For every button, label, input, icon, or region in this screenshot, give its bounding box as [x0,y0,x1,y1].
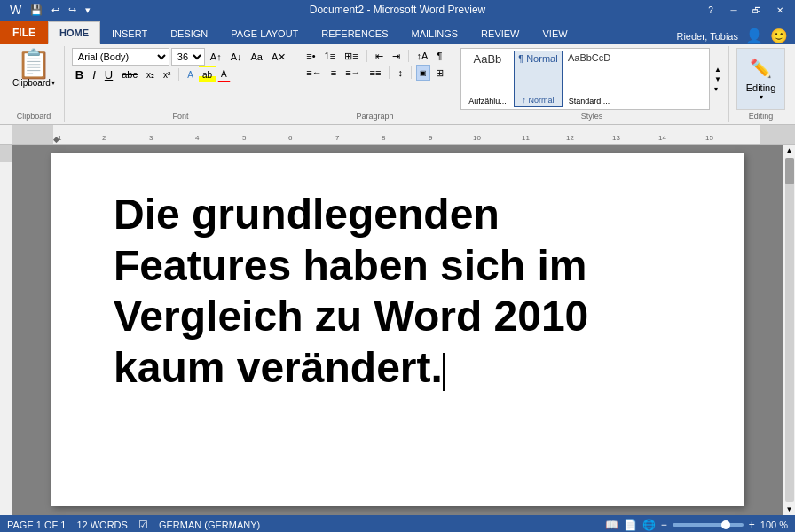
para-sep4 [411,66,412,79]
increase-font-button[interactable]: A↑ [207,49,225,65]
web-layout-icon[interactable]: 🌐 [642,519,656,531]
word-icon: W [7,2,24,18]
scrollbar-track[interactable] [785,158,794,502]
decrease-font-button[interactable]: A↓ [227,49,246,65]
underline-button[interactable]: U [101,66,116,82]
subscript-button[interactable]: x₂ [143,66,158,82]
style-item-standard[interactable]: AaBbCcD Standard ... [564,51,614,107]
scroll-up-button[interactable]: ▲ [784,145,795,156]
show-marks-button[interactable]: ¶ [433,48,445,64]
font-size-select[interactable]: 36 [171,48,205,66]
tab-view[interactable]: VIEW [531,21,579,44]
qat-dropdown-button[interactable]: ▾ [83,4,93,17]
decrease-indent-button[interactable]: ⇤ [372,48,387,64]
align-left-button[interactable]: ≡← [303,65,325,81]
align-center-button[interactable]: ≡ [327,65,340,81]
proof-icon[interactable]: ☑ [138,519,148,531]
highlight-button[interactable]: ab [199,66,216,82]
styles-scroll-down-button[interactable]: ▼ [713,74,722,84]
close-button[interactable]: ✕ [772,5,788,15]
align-right-button[interactable]: ≡→ [342,65,364,81]
numbering-button[interactable]: 1≡ [321,48,340,64]
zoom-level: 100 % [760,520,788,530]
shading-button[interactable]: ▣ [416,65,430,81]
page-info: PAGE 1 OF 1 [7,520,66,530]
ruler-corner [0,125,12,144]
bullets-button[interactable]: ≡• [303,48,319,64]
editing-label: Editing [749,112,774,121]
status-right: 📖 📄 🌐 − + 100 % [605,519,788,531]
styles-more-button[interactable]: ▾ [713,84,722,94]
line-spacing-button[interactable]: ↕ [394,65,406,81]
scroll-down-button[interactable]: ▼ [784,504,795,515]
clear-format-button[interactable]: A✕ [268,49,289,65]
font-label: Font [173,112,189,121]
increase-indent-button[interactable]: ⇥ [389,48,404,64]
editing-group-content: ✏️ Editing ▾ [736,48,785,110]
restore-button[interactable]: 🗗 [749,5,765,15]
tab-design[interactable]: DESIGN [159,21,219,44]
document-body-text[interactable]: Die grundlegenden Features haben sich im… [114,189,681,393]
sort-button[interactable]: ↕A [413,48,432,64]
tab-mailings[interactable]: MAILINGS [400,21,470,44]
style-item-aufzahlun[interactable]: AaBb Aufzählu... [463,51,512,107]
text-cursor [443,353,445,391]
editing-icon: ✏️ [750,58,772,79]
font-separator [178,68,179,81]
strikethrough-button[interactable]: abc [118,66,141,82]
smiley-icon: 🙂 [770,27,788,44]
help-button[interactable]: ? [703,5,719,15]
superscript-button[interactable]: x² [160,66,174,82]
right-scrollbar: ▲ ▼ [783,145,795,515]
multilevel-button[interactable]: ⊞≡ [341,48,361,64]
editing-text: Editing [746,82,776,93]
zoom-slider[interactable] [673,523,744,527]
zoom-in-icon[interactable]: + [749,519,755,531]
editing-dropdown-icon: ▾ [760,93,763,101]
editing-section-button[interactable]: ✏️ Editing ▾ [736,48,785,110]
read-mode-icon[interactable]: 📖 [605,519,618,531]
language-info[interactable]: GERMAN (GERMANY) [159,520,260,530]
ruler-center: 1 2 3 4 5 6 7 8 9 10 11 12 13 14 15 ◆ [53,125,760,144]
para-sep2 [408,50,409,62]
tab-insert[interactable]: INSERT [100,21,159,44]
minimize-button[interactable]: ─ [726,5,742,15]
font-group: Arial (Body) 36 A↑ A↓ Aa A✕ B I U abc [67,46,296,122]
document-scroll-area[interactable]: Die grundlegenden Features haben sich im… [12,145,783,515]
tab-file[interactable]: FILE [0,21,48,44]
scrollbar-thumb[interactable] [785,158,794,184]
undo-qat-button[interactable]: ↩ [49,4,62,17]
user-avatar: 👤 [745,27,763,44]
style-label-normal: ↑ Normal [522,96,554,105]
tab-home[interactable]: HOME [48,21,100,44]
change-case-button[interactable]: Aa [248,49,266,65]
tab-review[interactable]: REVIEW [469,21,531,44]
zoom-thumb[interactable] [721,520,730,529]
bold-button[interactable]: B [72,66,87,82]
editing-group: ✏️ Editing ▾ Editing [731,46,791,122]
font-color-button[interactable]: A [217,66,231,82]
paste-dropdown-icon[interactable]: ▾ [51,79,55,87]
styles-scroll-up-button[interactable]: ▲ [713,65,722,74]
zoom-out-icon[interactable]: − [661,519,667,531]
tab-references[interactable]: REFERENCES [310,21,399,44]
print-layout-icon[interactable]: 📄 [624,519,637,531]
style-preview-aufzahlun: AaBb [474,52,502,66]
font-row-2: B I U abc x₂ x² A ab A [72,66,290,82]
ruler-right-margin [760,125,795,144]
clipboard-group-content: 📋 Clipboard ▾ [9,48,59,110]
save-qat-button[interactable]: 💾 [28,4,45,17]
document-page[interactable]: Die grundlegenden Features haben sich im… [51,153,744,506]
ribbon-content: 📋 Clipboard ▾ Clipboard Arial (Body) 36 [0,44,795,125]
font-controls: Arial (Body) 36 A↑ A↓ Aa A✕ B I U abc [72,48,290,82]
italic-button[interactable]: I [89,66,99,82]
justify-button[interactable]: ≡≡ [366,65,385,81]
text-effect-button[interactable]: A [184,66,197,82]
tab-page-layout[interactable]: PAGE LAYOUT [219,21,310,44]
style-item-normal[interactable]: ¶ Normal ↑ Normal [514,51,563,107]
paste-button[interactable]: 📋 Clipboard ▾ [9,48,59,90]
font-family-select[interactable]: Arial (Body) [72,48,169,66]
redo-qat-button[interactable]: ↪ [66,4,79,17]
borders-button[interactable]: ⊞ [432,65,447,81]
style-label-aufzahlun: Aufzählu... [468,97,507,106]
